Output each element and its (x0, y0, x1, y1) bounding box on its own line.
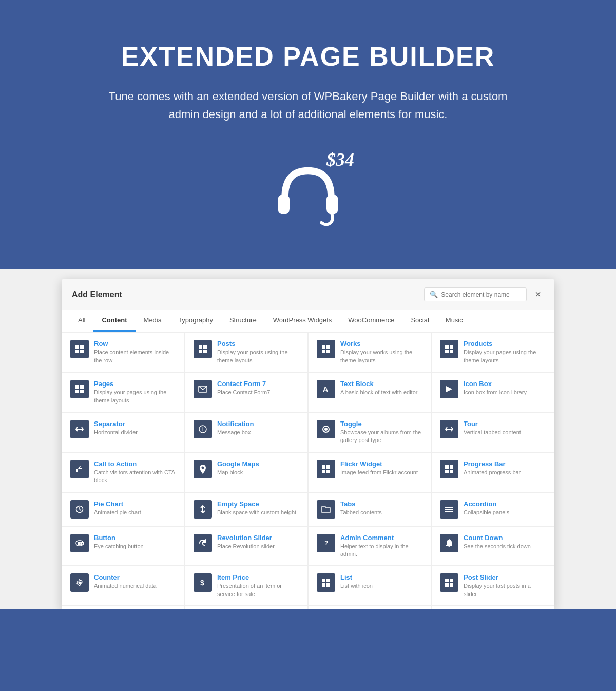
add-element-modal: Add Element 🔍 × AllContentMediaTypograph… (62, 279, 554, 609)
tabs-bar: AllContentMediaTypographyStructureWordPr… (62, 310, 554, 332)
element-item[interactable]: WorksDisplay your works using the theme … (308, 332, 431, 372)
element-name: Pie Chart (94, 500, 176, 508)
element-desc: Map block (217, 469, 299, 476)
element-name: List (340, 573, 422, 581)
tab-music[interactable]: Music (437, 310, 471, 332)
element-item[interactable]: RowPlace content elements inside the row (62, 332, 185, 372)
element-name: Post Slider (464, 573, 546, 581)
element-icon (194, 500, 212, 519)
element-item[interactable]: ListList with icon (308, 566, 431, 606)
element-info: Item PricePresentation of an item or ser… (217, 573, 299, 598)
element-info: TourVertical tabbed content (464, 420, 546, 436)
element-icon (440, 460, 458, 478)
element-info: CounterAnimated numerical data (94, 573, 176, 590)
element-name: Posts (217, 340, 299, 348)
element-item[interactable]: Post SliderDisplay your last posts in a … (431, 566, 554, 606)
element-icon (194, 460, 212, 478)
tab-wordpress-widgets[interactable]: WordPress Widgets (265, 310, 340, 332)
hero-section: EXTENDED PAGE BUILDER Tune comes with an… (0, 0, 616, 269)
element-item[interactable]: TourVertical tabbed content (431, 412, 554, 452)
element-desc: Display your posts using the theme layou… (217, 349, 299, 364)
element-item[interactable]: $Item PricePresentation of an item or se… (185, 566, 308, 606)
svg-rect-55 (445, 583, 449, 587)
element-info: SeparatorHorizontal divider (94, 420, 176, 436)
svg-rect-16 (445, 350, 449, 353)
element-item[interactable]: PostsDisplay your posts using the theme … (185, 332, 308, 372)
svg-point-47 (79, 582, 81, 584)
element-info: ToggleShowcase your albums from the gall… (340, 420, 422, 445)
element-icon (440, 420, 458, 438)
element-desc: Presentation of an item or service for s… (217, 582, 299, 598)
price-tag: $34 (326, 149, 354, 170)
element-item[interactable]: Empty SpaceBlank space with custom heigh… (185, 492, 308, 526)
element-icon (194, 380, 212, 398)
svg-rect-54 (450, 579, 453, 582)
modal-header: Add Element 🔍 × (62, 279, 554, 310)
svg-rect-38 (450, 470, 453, 473)
element-name: Icon Box (464, 380, 546, 388)
element-item[interactable]: Pricing TablePricing table block (62, 606, 185, 609)
element-item[interactable]: Google MapsMap block (185, 452, 308, 492)
svg-rect-17 (450, 350, 453, 353)
element-item[interactable]: ?Admin CommentHelper text to display in … (308, 526, 431, 566)
element-desc: Helper text to display in the admin. (340, 543, 422, 559)
element-item[interactable]: Count DownSee the seconds tick down (431, 526, 554, 566)
svg-rect-35 (445, 465, 449, 469)
element-icon (70, 573, 89, 592)
modal-title: Add Element (72, 290, 122, 299)
element-item[interactable]: Call to ActionCatch visitors attention w… (62, 452, 185, 492)
element-item[interactable]: CounterAnimated numerical data (62, 566, 185, 606)
element-item[interactable]: Contact Form 7Place Contact Form7 (185, 372, 308, 412)
element-item[interactable]: Pie ChartAnimated pie chart (62, 492, 185, 526)
element-item[interactable]: AText BlockA basic block of text with ed… (308, 372, 431, 412)
element-item[interactable]: BTNButtonEye catching button (62, 526, 185, 566)
close-button[interactable]: × (532, 287, 544, 301)
element-info: Text BlockA basic block of text with edi… (340, 380, 422, 396)
element-icon (70, 340, 89, 358)
element-icon (70, 380, 89, 398)
tab-all[interactable]: All (70, 310, 93, 332)
element-item[interactable]: Revolution SliderPlace Revolution slider (185, 526, 308, 566)
element-item[interactable]: Team MemberPresent your staff members (431, 606, 554, 609)
element-info: Revolution SliderPlace Revolution slider (217, 534, 299, 550)
tab-social[interactable]: Social (402, 310, 437, 332)
element-icon: i (194, 420, 212, 438)
element-item[interactable]: Flickr WidgetImage feed from Flickr acco… (308, 452, 431, 492)
svg-rect-8 (199, 350, 202, 353)
element-item[interactable]: ProductsDisplay your pages using the the… (431, 332, 554, 372)
svg-text:A: A (323, 385, 328, 393)
element-info: Progress BarAnimated progress bar (464, 460, 546, 476)
element-item[interactable]: Progress BarAnimated progress bar (431, 452, 554, 492)
svg-rect-18 (75, 385, 79, 389)
tab-media[interactable]: Media (136, 310, 170, 332)
element-item[interactable]: iNotificationMessage box (185, 412, 308, 452)
element-info: Call to ActionCatch visitors attention w… (94, 460, 176, 485)
element-name: Revolution Slider (217, 534, 299, 542)
element-item[interactable]: AccordionCollapsible panels (431, 492, 554, 526)
element-desc: Place Revolution slider (217, 543, 299, 550)
hero-image: $34 (257, 149, 359, 231)
tab-structure[interactable]: Structure (221, 310, 265, 332)
element-icon: ? (317, 534, 335, 552)
tab-woocommerce[interactable]: WooCommerce (340, 310, 402, 332)
element-item[interactable]: PagesDisplay your pages using the theme … (62, 372, 185, 412)
element-name: Toggle (340, 420, 422, 428)
element-item[interactable]: Service TableShow what your business is … (308, 606, 431, 609)
tab-content[interactable]: Content (93, 310, 135, 332)
element-icon (440, 380, 458, 398)
element-item[interactable]: ProcessYour step-by-step way of working (185, 606, 308, 609)
element-item[interactable]: TabsTabbed contents (308, 492, 431, 526)
svg-rect-3 (80, 345, 84, 349)
tab-typography[interactable]: Typography (170, 310, 221, 332)
element-desc: Display your pages using the theme layou… (464, 349, 546, 364)
element-name: Products (464, 340, 546, 348)
element-item[interactable]: Icon BoxIcon box from icon library (431, 372, 554, 412)
search-box[interactable]: 🔍 (424, 287, 527, 301)
element-item[interactable]: SeparatorHorizontal divider (62, 412, 185, 452)
modal-header-right: 🔍 × (424, 287, 544, 301)
element-item[interactable]: ToggleShowcase your albums from the gall… (308, 412, 431, 452)
svg-rect-4 (75, 350, 79, 353)
svg-rect-13 (326, 350, 330, 353)
search-input[interactable] (441, 291, 521, 298)
svg-rect-33 (322, 470, 325, 473)
